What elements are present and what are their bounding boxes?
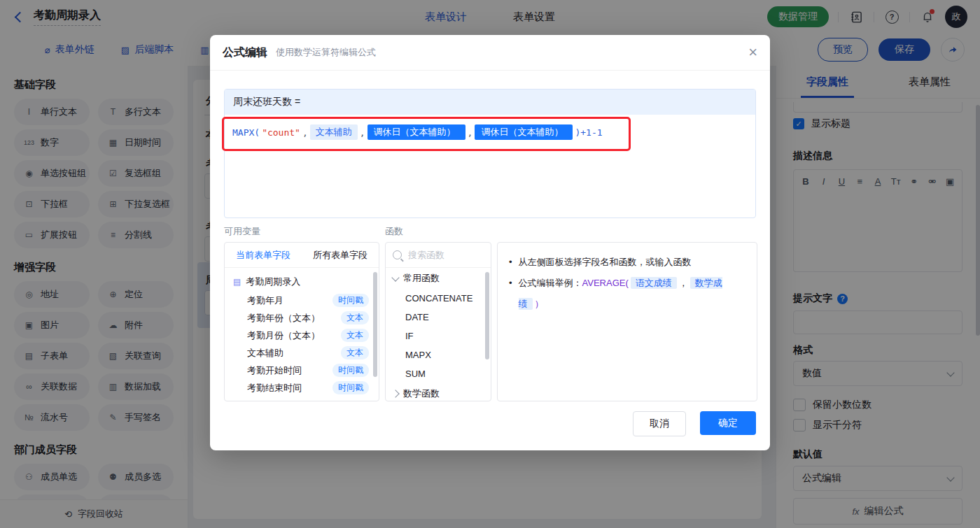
formula-tail: )+1-1 xyxy=(575,127,602,138)
chevron-down-icon xyxy=(391,273,399,281)
tip-line-2: • 公式编辑举例：AVERAGE(语文成绩，数学成绩） xyxy=(509,273,746,315)
function-group-math[interactable]: 数学函数 xyxy=(386,383,491,401)
functions-tree: 常用函数 CONCATENATE DATE IF MAPX SUM 数学函数 文… xyxy=(386,268,491,401)
variables-tree: ▤ 考勤周期录入 考勤年月时间戳 考勤年份（文本）文本 考勤月份（文本）文本 文… xyxy=(225,268,379,401)
formula-input-area[interactable]: MAPX("count", 文本辅助 , 调休日（文本辅助） , 调休日（文本辅… xyxy=(225,115,755,217)
modal-subtitle: 使用数学运算符编辑公式 xyxy=(276,46,376,59)
variable-item[interactable]: 考勤年份（文本）文本 xyxy=(225,309,379,327)
type-badge: 文本 xyxy=(341,346,369,359)
chevron-right-icon xyxy=(391,390,399,397)
field-chip[interactable]: 文本辅助 xyxy=(310,124,358,140)
example-field-chip: 语文成绩 xyxy=(631,277,677,289)
variable-item[interactable]: 考勤年月时间戳 xyxy=(225,292,379,309)
document-icon: ▤ xyxy=(233,277,241,287)
type-badge: 时间戳 xyxy=(332,364,369,377)
variables-panel: 当前表单字段 所有表单字段 ▤ 考勤周期录入 考勤年月时间戳 考勤年份（文本）文… xyxy=(224,242,379,401)
type-badge: 文本 xyxy=(341,311,369,324)
close-icon[interactable]: × xyxy=(748,45,757,60)
function-search-input[interactable] xyxy=(407,249,479,261)
formula-string-arg: "count" xyxy=(262,127,300,138)
cancel-button[interactable]: 取消 xyxy=(633,411,686,436)
example-function: AVERAGE( xyxy=(582,278,629,288)
formula-function: MAPX( xyxy=(232,127,260,138)
variable-item[interactable]: 考勤结束时间时间戳 xyxy=(225,379,379,397)
variables-scrollbar[interactable] xyxy=(373,272,377,377)
functions-scrollbar[interactable] xyxy=(485,272,489,359)
modal-header: 公式编辑 使用数学运算符编辑公式 × xyxy=(210,35,770,71)
formula-editor: 周末还班天数 = MAPX("count", 文本辅助 , 调休日（文本辅助） … xyxy=(224,89,756,218)
function-item[interactable]: SUM xyxy=(386,364,491,383)
functions-label: 函数 xyxy=(385,225,403,238)
tip-line-1: • 从左侧面板选择字段名和函数，或输入函数 xyxy=(509,252,746,273)
formula-target: 周末还班天数 = xyxy=(225,90,755,115)
formula-expression: MAPX("count", 文本辅助 , 调休日（文本辅助） , 调休日（文本辅… xyxy=(232,124,603,140)
function-item[interactable]: DATE xyxy=(386,308,491,327)
function-search xyxy=(386,243,491,268)
tree-root-form[interactable]: ▤ 考勤周期录入 xyxy=(225,272,379,292)
tab-all-form-fields[interactable]: 所有表单字段 xyxy=(302,249,379,262)
variables-label: 可用变量 xyxy=(224,225,260,238)
tab-current-form-fields[interactable]: 当前表单字段 xyxy=(225,249,302,262)
variable-item[interactable]: 考勤开始时间时间戳 xyxy=(225,362,379,379)
type-badge: 文本 xyxy=(341,329,369,342)
function-item[interactable]: IF xyxy=(386,327,491,345)
type-badge: 时间戳 xyxy=(332,294,369,307)
tips-panel: • 从左侧面板选择字段名和函数，或输入函数 • 公式编辑举例：AVERAGE(语… xyxy=(497,242,757,401)
type-badge: 时间戳 xyxy=(332,381,369,394)
modal-title: 公式编辑 xyxy=(223,45,267,60)
variable-item[interactable]: 考勤月份（文本）文本 xyxy=(225,327,379,344)
function-item[interactable]: MAPX xyxy=(386,345,491,364)
functions-panel: 常用函数 CONCATENATE DATE IF MAPX SUM 数学函数 文… xyxy=(385,242,491,401)
variable-item[interactable]: 文本辅助文本 xyxy=(225,344,379,362)
variables-tabs: 当前表单字段 所有表单字段 xyxy=(225,243,379,268)
field-chip-selected[interactable]: 调休日（文本辅助） xyxy=(368,124,465,140)
search-icon xyxy=(393,250,402,259)
confirm-button[interactable]: 确定 xyxy=(700,411,756,435)
function-item[interactable]: CONCATENATE xyxy=(386,289,491,308)
function-group-common[interactable]: 常用函数 xyxy=(386,268,491,289)
field-chip-selected[interactable]: 调休日（文本辅助） xyxy=(475,124,573,140)
formula-edit-modal: 公式编辑 使用数学运算符编辑公式 × 周末还班天数 = MAPX("count"… xyxy=(210,35,770,450)
modal-footer: 取消 确定 xyxy=(633,411,756,436)
